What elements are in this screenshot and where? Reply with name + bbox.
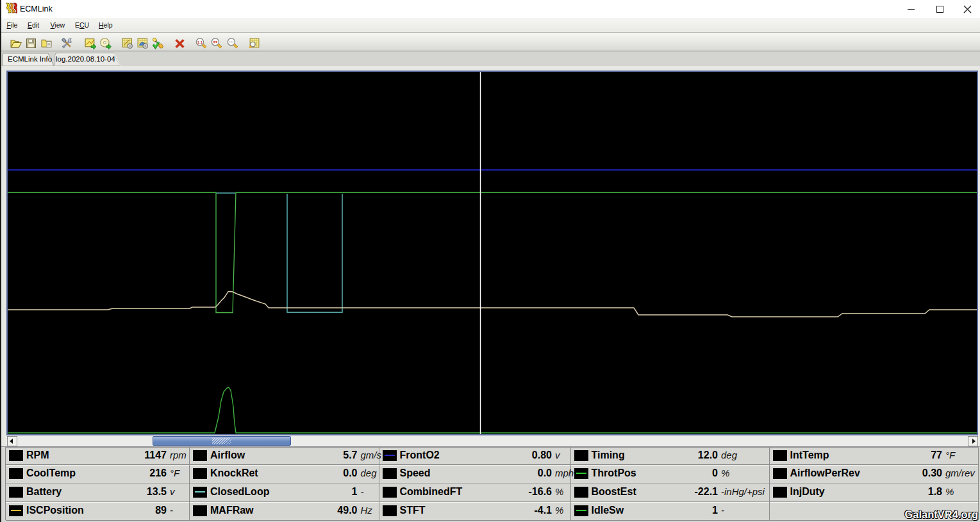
svg-text:1:1: 1:1 (197, 40, 202, 44)
